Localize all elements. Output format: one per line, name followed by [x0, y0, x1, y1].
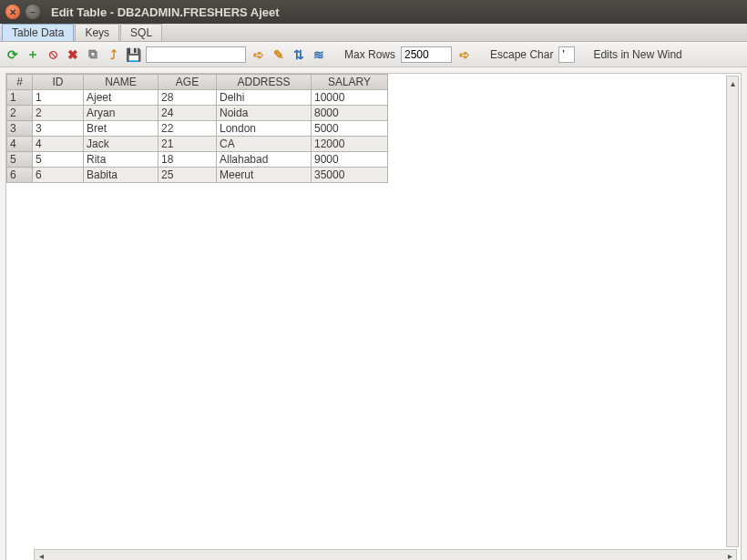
table-row[interactable]: 22Aryan24Noida8000 — [7, 106, 388, 121]
window-close-button[interactable]: ✕ — [5, 5, 20, 19]
scroll-left-icon[interactable]: ◂ — [35, 550, 47, 560]
cell-sal[interactable]: 35000 — [312, 168, 388, 183]
cell-age[interactable]: 21 — [159, 137, 217, 152]
go-icon[interactable]: ➪ — [251, 47, 266, 62]
row-number-cell: 2 — [7, 106, 33, 121]
cell-addr[interactable]: Noida — [217, 106, 312, 121]
cell-name[interactable]: Aryan — [84, 106, 159, 121]
window-title: Edit Table - DB2ADMIN.FRESHERS Ajeet — [51, 5, 280, 19]
copy-icon[interactable]: ⧉ — [86, 47, 100, 62]
cell-sal[interactable]: 9000 — [312, 152, 388, 168]
cell-addr[interactable]: Meerut — [217, 168, 312, 183]
tab-table-data[interactable]: Table Data — [2, 24, 74, 41]
col-age[interactable]: AGE — [159, 75, 217, 90]
col-name[interactable]: NAME — [84, 75, 159, 90]
edits-new-window-label: Edits in New Wind — [593, 48, 681, 61]
window-minimize-button[interactable]: – — [26, 5, 40, 19]
export-icon[interactable]: ⤴ — [106, 47, 120, 62]
max-rows-input[interactable] — [401, 46, 452, 63]
horizontal-scrollbar[interactable]: ◂ ▸ — [34, 549, 737, 560]
col-rownum[interactable]: # — [7, 75, 33, 90]
view-icon[interactable]: ≋ — [312, 47, 326, 62]
scroll-up-icon[interactable]: ▴ — [727, 76, 738, 89]
cell-sal[interactable]: 12000 — [312, 137, 388, 152]
cell-id[interactable]: 3 — [33, 121, 84, 137]
row-number-cell: 6 — [7, 168, 33, 183]
table-row[interactable]: 66Babita25Meerut35000 — [7, 168, 388, 183]
filter-icon[interactable]: ✎ — [271, 47, 286, 62]
toolbar: ⟳ ＋ ⦸ ✖ ⧉ ⤴ 💾 ➪ ✎ ⇅ ≋ Max Rows ➪ Escape … — [0, 42, 747, 67]
cell-sal[interactable]: 10000 — [312, 90, 388, 106]
tab-keys[interactable]: Keys — [75, 24, 119, 41]
max-rows-label: Max Rows — [344, 48, 395, 61]
cell-sal[interactable]: 5000 — [312, 121, 388, 137]
cell-addr[interactable]: Allahabad — [217, 152, 312, 168]
search-input[interactable] — [146, 46, 246, 63]
cell-age[interactable]: 18 — [159, 152, 217, 168]
table-row[interactable]: 33Bret22London5000 — [7, 121, 388, 137]
cell-id[interactable]: 6 — [33, 168, 84, 183]
row-number-cell: 1 — [7, 90, 33, 106]
max-rows-go-icon[interactable]: ➪ — [457, 47, 472, 62]
cell-name[interactable]: Rita — [84, 152, 159, 168]
cell-id[interactable]: 4 — [33, 137, 84, 152]
cell-id[interactable]: 1 — [33, 90, 84, 106]
data-grid[interactable]: # ID NAME AGE ADDRESS SALARY 11Ajeet28De… — [6, 74, 388, 183]
tabstrip: Table Data Keys SQL — [0, 24, 747, 42]
cell-name[interactable]: Babita — [84, 168, 159, 183]
col-salary[interactable]: SALARY — [312, 75, 388, 90]
vertical-scrollbar[interactable]: ▴ — [726, 76, 739, 547]
data-grid-container: # ID NAME AGE ADDRESS SALARY 11Ajeet28De… — [5, 73, 742, 560]
cell-age[interactable]: 28 — [159, 90, 217, 106]
cell-sal[interactable]: 8000 — [312, 106, 388, 121]
row-number-cell: 5 — [7, 152, 33, 168]
table-row[interactable]: 55Rita18Allahabad9000 — [7, 152, 388, 168]
cell-addr[interactable]: London — [217, 121, 312, 137]
refresh-icon[interactable]: ⟳ — [5, 47, 20, 62]
cell-name[interactable]: Bret — [84, 121, 159, 137]
cell-name[interactable]: Ajeet — [84, 90, 159, 106]
tab-sql[interactable]: SQL — [120, 24, 162, 41]
table-row[interactable]: 11Ajeet28Delhi10000 — [7, 90, 388, 106]
col-address[interactable]: ADDRESS — [217, 75, 312, 90]
cell-addr[interactable]: Delhi — [217, 90, 312, 106]
escape-char-label: Escape Char — [490, 48, 553, 61]
titlebar: ✕ – Edit Table - DB2ADMIN.FRESHERS Ajeet — [0, 0, 747, 24]
cell-age[interactable]: 25 — [159, 168, 217, 183]
save-icon[interactable]: 💾 — [126, 47, 140, 62]
header-row: # ID NAME AGE ADDRESS SALARY — [7, 75, 388, 90]
row-number-cell: 4 — [7, 137, 33, 152]
cell-id[interactable]: 2 — [33, 106, 84, 121]
table-row[interactable]: 44Jack21CA12000 — [7, 137, 388, 152]
cell-addr[interactable]: CA — [217, 137, 312, 152]
sort-icon[interactable]: ⇅ — [292, 47, 306, 62]
cell-age[interactable]: 22 — [159, 121, 217, 137]
scroll-right-icon[interactable]: ▸ — [723, 550, 736, 560]
cell-name[interactable]: Jack — [84, 137, 159, 152]
cell-id[interactable]: 5 — [33, 152, 84, 168]
add-row-icon[interactable]: ＋ — [26, 47, 40, 62]
row-number-cell: 3 — [7, 121, 33, 137]
delete-row-icon[interactable]: ⦸ — [46, 47, 60, 62]
col-id[interactable]: ID — [33, 75, 84, 90]
escape-char-input[interactable] — [558, 46, 575, 63]
cancel-icon[interactable]: ✖ — [66, 47, 80, 62]
cell-age[interactable]: 24 — [159, 106, 217, 121]
